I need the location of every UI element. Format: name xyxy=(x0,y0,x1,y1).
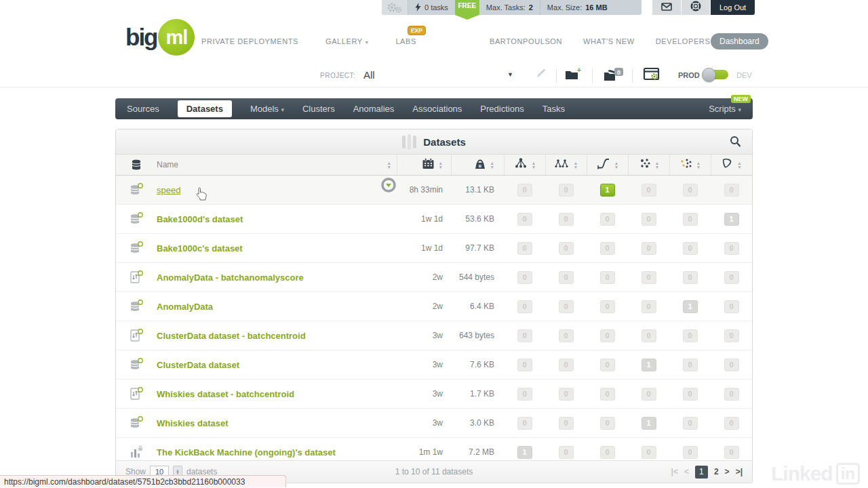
bigml-logo[interactable]: big ml xyxy=(125,19,195,56)
resource-count-badge[interactable]: 0 xyxy=(724,242,739,255)
resource-count-badge[interactable]: 0 xyxy=(642,300,656,313)
resource-count-badge[interactable]: 0 xyxy=(642,388,656,401)
resource-count-badge[interactable]: 0 xyxy=(517,242,532,255)
resource-count-badge[interactable]: 0 xyxy=(642,271,656,284)
dataset-name-link[interactable]: AnomalyData xyxy=(157,302,213,312)
resource-count-badge[interactable]: 0 xyxy=(724,300,739,313)
resource-count-badge[interactable]: 0 xyxy=(683,329,698,342)
dataset-name-link[interactable]: Bake1000d's dataset xyxy=(157,214,243,224)
nav-gallery[interactable]: GALLERY▾ xyxy=(326,37,368,45)
table-row[interactable]: ClusterData dataset - batchcentroid3w643… xyxy=(116,321,752,350)
logout-button[interactable]: Log Out xyxy=(711,0,755,15)
dataset-name-link[interactable]: The KickBack Machine (ongoing)'s dataset xyxy=(157,447,336,458)
dataset-name-link[interactable]: AnomalyData - batchanomalyscore xyxy=(157,272,304,283)
nav-private-deployments[interactable]: PRIVATE DEPLOYMENTS xyxy=(201,37,298,45)
resource-count-badge[interactable]: 0 xyxy=(600,300,615,313)
column-logistic-regressions[interactable]: ▲▼ xyxy=(587,155,628,175)
next-page-button[interactable]: > xyxy=(725,467,730,476)
column-dataset-icon[interactable] xyxy=(116,155,157,175)
resource-count-badge[interactable]: 0 xyxy=(642,446,656,459)
resource-count-badge[interactable]: 0 xyxy=(559,417,574,430)
column-age[interactable]: ▲▼ xyxy=(397,155,451,175)
tab-tasks[interactable]: Tasks xyxy=(542,104,565,114)
sort-carets[interactable]: ▲▼ xyxy=(387,161,391,169)
column-anomalies[interactable]: ▲▼ xyxy=(669,155,711,175)
table-row[interactable]: AnomalyData - batchanomalyscore2w544 byt… xyxy=(116,263,752,292)
resource-count-badge[interactable]: 0 xyxy=(517,417,532,430)
resource-count-badge[interactable]: 0 xyxy=(683,388,698,401)
table-row[interactable]: Bake1000c's dataset1w 1d97.7 KB000000 xyxy=(116,234,752,263)
column-ensembles[interactable]: ▲▼ xyxy=(545,155,587,175)
nav-developers[interactable]: DEVELOPERS xyxy=(656,37,711,45)
resource-count-badge[interactable]: 0 xyxy=(683,417,698,430)
resource-count-badge[interactable]: 0 xyxy=(517,388,532,401)
page-1-button[interactable]: 1 xyxy=(695,466,708,479)
resource-count-badge[interactable]: 1 xyxy=(683,300,698,313)
tab-associations[interactable]: Associations xyxy=(412,104,462,114)
resource-count-badge[interactable]: 0 xyxy=(559,213,574,226)
project-value[interactable]: All xyxy=(363,69,375,81)
resource-count-badge[interactable]: 0 xyxy=(724,388,739,401)
projects-stack-icon[interactable]: 0 xyxy=(602,67,625,86)
resource-count-badge[interactable]: 0 xyxy=(559,184,574,197)
sort-carets[interactable]: ▲▼ xyxy=(532,161,536,169)
tab-anomalies[interactable]: Anomalies xyxy=(353,104,395,114)
resource-count-badge[interactable]: 0 xyxy=(600,271,615,284)
tab-clusters[interactable]: Clusters xyxy=(302,104,335,114)
resource-count-badge[interactable]: 1 xyxy=(600,184,615,197)
table-row[interactable]: ClusterData dataset3w7.6 KB000100 xyxy=(116,350,752,380)
resource-count-badge[interactable]: 0 xyxy=(724,329,739,342)
dataset-name-link[interactable]: Whiskies dataset - batchcentroid xyxy=(157,389,294,399)
messages-button[interactable] xyxy=(652,0,681,15)
sort-carets[interactable]: ▲▼ xyxy=(614,161,618,169)
resource-count-badge[interactable]: 0 xyxy=(600,417,615,430)
resource-count-badge[interactable]: 0 xyxy=(517,300,532,313)
table-row[interactable]: Whiskies dataset3w3.0 KB000100 xyxy=(116,409,752,438)
sort-carets[interactable]: ▲▼ xyxy=(490,161,494,169)
dataset-name-link[interactable]: ClusterData dataset - batchcentroid xyxy=(157,331,306,341)
first-page-button[interactable]: |< xyxy=(671,467,678,476)
sort-carets[interactable]: ▲▼ xyxy=(737,161,741,169)
dataset-name-link[interactable]: ClusterData dataset xyxy=(157,360,239,370)
dataset-name-link[interactable]: Bake1000c's dataset xyxy=(157,243,243,253)
resource-count-badge[interactable]: 1 xyxy=(517,446,532,459)
resource-count-badge[interactable]: 0 xyxy=(683,359,698,371)
resource-count-badge[interactable]: 0 xyxy=(517,184,532,197)
sort-carets[interactable]: ▲▼ xyxy=(574,161,578,169)
resource-count-badge[interactable]: 0 xyxy=(600,446,615,459)
resource-count-badge[interactable]: 0 xyxy=(600,329,615,342)
table-row[interactable]: Bake1000d's dataset1w 1d53.6 KB000001 xyxy=(116,205,752,234)
column-clusters[interactable]: ▲▼ xyxy=(628,155,669,175)
resource-count-badge[interactable]: 0 xyxy=(642,184,656,197)
window-gear-icon[interactable] xyxy=(643,67,660,85)
resource-count-badge[interactable]: 0 xyxy=(600,242,615,255)
resource-count-badge[interactable]: 0 xyxy=(724,446,739,459)
resource-count-badge[interactable]: 0 xyxy=(683,446,698,459)
resource-count-badge[interactable]: 0 xyxy=(559,300,574,313)
resource-count-badge[interactable]: 0 xyxy=(642,329,656,342)
tab-predictions[interactable]: Predictions xyxy=(480,104,524,114)
support-button[interactable] xyxy=(682,0,710,15)
resource-count-badge[interactable]: 0 xyxy=(517,359,532,371)
resource-count-badge[interactable]: 0 xyxy=(683,184,698,197)
tab-sources[interactable]: Sources xyxy=(127,104,159,114)
table-row[interactable]: speed8h 33min13.1 KB001000 xyxy=(116,176,752,205)
last-page-button[interactable]: >| xyxy=(736,467,743,476)
resource-count-badge[interactable]: 0 xyxy=(600,359,615,371)
sort-carets[interactable]: ▲▼ xyxy=(655,161,659,169)
gears-icon[interactable] xyxy=(382,0,408,15)
resource-count-badge[interactable]: 0 xyxy=(642,213,656,226)
search-icon[interactable] xyxy=(730,136,741,150)
project-dropdown-caret[interactable]: ▼ xyxy=(507,71,513,78)
dataset-name-link[interactable]: speed xyxy=(157,185,180,195)
resource-count-badge[interactable]: 0 xyxy=(559,446,574,459)
nav-labs[interactable]: LABS EXP xyxy=(395,37,416,45)
nav-username[interactable]: BARTONPOULSON xyxy=(490,37,562,45)
resource-count-badge[interactable]: 0 xyxy=(683,271,698,284)
resource-count-badge[interactable]: 0 xyxy=(724,271,739,284)
new-project-folder-icon[interactable]: + xyxy=(565,67,583,85)
resource-count-badge[interactable]: 0 xyxy=(559,359,574,371)
resource-count-badge[interactable]: 0 xyxy=(683,242,698,255)
tab-models[interactable]: Models ▾ xyxy=(250,104,284,114)
tab-scripts[interactable]: Scripts ▾NEW xyxy=(709,104,741,114)
